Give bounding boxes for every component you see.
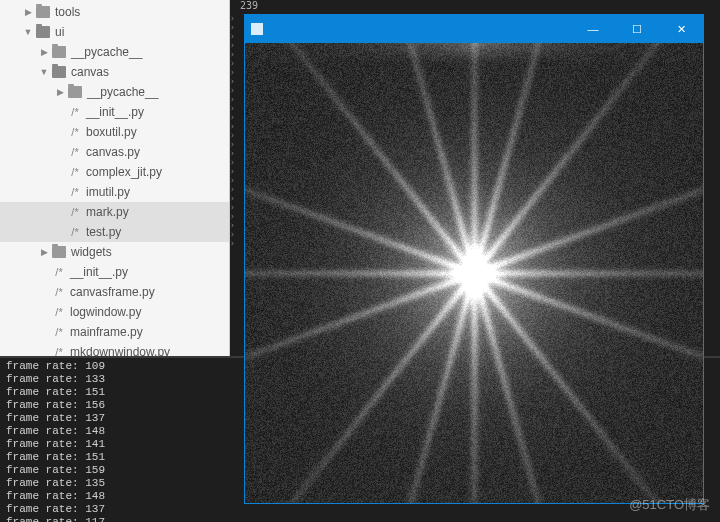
- window-titlebar[interactable]: — ☐ ✕: [245, 15, 703, 43]
- terminal-line: frame rate: 117: [6, 516, 714, 522]
- file-item--init-py[interactable]: ▶/*__init__.py: [0, 102, 229, 122]
- app-icon: [251, 23, 263, 35]
- tree-item-label: __init__.py: [86, 105, 144, 119]
- chevron-right-icon[interactable]: ▶: [54, 86, 66, 98]
- file-item-canvasframe-py[interactable]: ▶/*canvasframe.py: [0, 282, 229, 302]
- folder-item--pycache-[interactable]: ▶__pycache__: [0, 82, 229, 102]
- tree-item-label: mkdownwindow.py: [70, 345, 170, 356]
- file-item-boxutil-py[interactable]: ▶/*boxutil.py: [0, 122, 229, 142]
- tree-item-label: complex_jit.py: [86, 165, 162, 179]
- root: { "tree": [ { "depth": 1, "kind": "folde…: [0, 0, 720, 522]
- chevron-down-icon[interactable]: ▼: [38, 66, 50, 78]
- tree-item-label: widgets: [71, 245, 112, 259]
- folder-icon: [68, 86, 82, 98]
- image-window[interactable]: — ☐ ✕: [244, 14, 704, 504]
- file-item-mainframe-py[interactable]: ▶/*mainframe.py: [0, 322, 229, 342]
- tree-item-label: canvas: [71, 65, 109, 79]
- file-icon: /*: [68, 166, 82, 178]
- folder-icon: [52, 246, 66, 258]
- file-item--init-py[interactable]: ▶/*__init__.py: [0, 262, 229, 282]
- tree-item-label: boxutil.py: [86, 125, 137, 139]
- terminal-line: frame rate: 137: [6, 503, 714, 516]
- file-icon: /*: [52, 306, 66, 318]
- file-item-complex-jit-py[interactable]: ▶/*complex_jit.py: [0, 162, 229, 182]
- folder-icon: [52, 66, 66, 78]
- folder-item-widgets[interactable]: ▶widgets: [0, 242, 229, 262]
- ruler-number: 239: [240, 0, 258, 11]
- image-content: [245, 43, 703, 503]
- chevron-down-icon[interactable]: ▼: [22, 26, 34, 38]
- ruler-ticks: › › › › › › › › › › › › › › › › › › › › …: [230, 14, 244, 248]
- folder-icon: [36, 6, 50, 18]
- folder-item--pycache-[interactable]: ▶__pycache__: [0, 42, 229, 62]
- file-icon: /*: [68, 126, 82, 138]
- folder-item-canvas[interactable]: ▼canvas: [0, 62, 229, 82]
- file-item-imutil-py[interactable]: ▶/*imutil.py: [0, 182, 229, 202]
- tree-item-label: ui: [55, 25, 64, 39]
- tree-item-label: test.py: [86, 225, 121, 239]
- tree-item-label: __pycache__: [71, 45, 142, 59]
- tree-item-label: logwindow.py: [70, 305, 141, 319]
- tree-item-label: mark.py: [86, 205, 129, 219]
- file-explorer-sidebar[interactable]: ▶tools▼ui▶__pycache__▼canvas▶__pycache__…: [0, 0, 230, 356]
- file-item-mkdownwindow-py[interactable]: ▶/*mkdownwindow.py: [0, 342, 229, 356]
- folder-item-ui[interactable]: ▼ui: [0, 22, 229, 42]
- file-icon: /*: [68, 146, 82, 158]
- file-icon: /*: [52, 266, 66, 278]
- minimize-button[interactable]: —: [571, 15, 615, 43]
- file-icon: /*: [68, 206, 82, 218]
- tree-item-label: canvasframe.py: [70, 285, 155, 299]
- tree-item-label: imutil.py: [86, 185, 130, 199]
- file-icon: /*: [68, 226, 82, 238]
- file-icon: /*: [52, 326, 66, 338]
- file-icon: /*: [52, 286, 66, 298]
- file-item-logwindow-py[interactable]: ▶/*logwindow.py: [0, 302, 229, 322]
- close-button[interactable]: ✕: [659, 15, 703, 43]
- watermark-text: @51CTO博客: [629, 496, 710, 514]
- chevron-right-icon[interactable]: ▶: [38, 246, 50, 258]
- maximize-button[interactable]: ☐: [615, 15, 659, 43]
- folder-icon: [52, 46, 66, 58]
- chevron-right-icon[interactable]: ▶: [22, 6, 34, 18]
- tree-item-label: tools: [55, 5, 80, 19]
- file-icon: /*: [68, 106, 82, 118]
- folder-icon: [36, 26, 50, 38]
- folder-item-tools[interactable]: ▶tools: [0, 2, 229, 22]
- chevron-right-icon[interactable]: ▶: [38, 46, 50, 58]
- file-item-canvas-py[interactable]: ▶/*canvas.py: [0, 142, 229, 162]
- tree-item-label: mainframe.py: [70, 325, 143, 339]
- tree-item-label: __pycache__: [87, 85, 158, 99]
- file-item-mark-py[interactable]: ▶/*mark.py: [0, 202, 229, 222]
- file-item-test-py[interactable]: ▶/*test.py: [0, 222, 229, 242]
- file-tree: ▶tools▼ui▶__pycache__▼canvas▶__pycache__…: [0, 0, 229, 356]
- file-icon: /*: [68, 186, 82, 198]
- file-icon: /*: [52, 346, 66, 356]
- tree-item-label: __init__.py: [70, 265, 128, 279]
- editor-pane: 239 › › › › › › › › › › › › › › › › › › …: [230, 0, 720, 356]
- tree-item-label: canvas.py: [86, 145, 140, 159]
- fft-spectrum-image: [245, 43, 703, 503]
